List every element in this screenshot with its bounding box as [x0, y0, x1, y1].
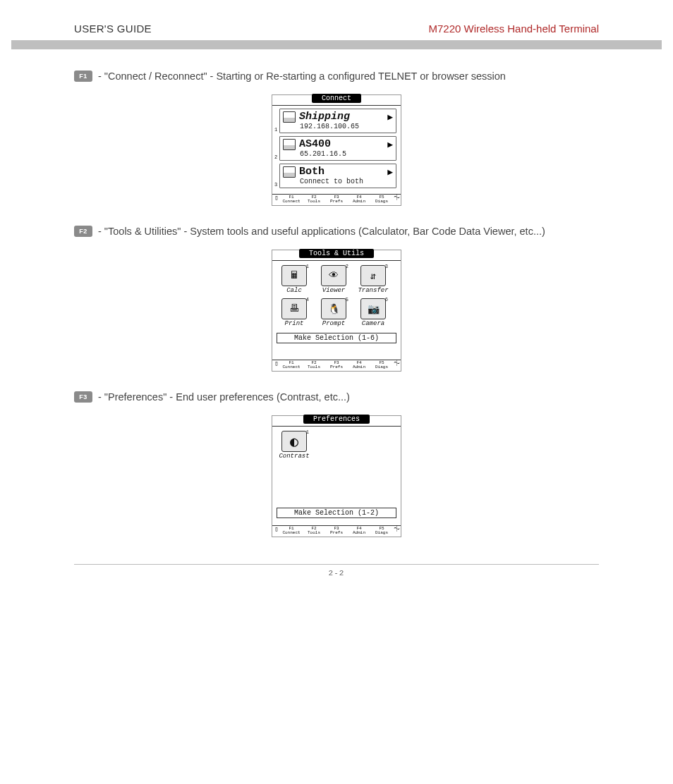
row-index: 3 [274, 182, 277, 188]
screen-title-bar: Tools & Utils [272, 250, 401, 261]
device-frame: Preferences 1 ◐ Contrast Make Selection … [272, 415, 401, 537]
app-viewer[interactable]: 2👁Viewer [317, 265, 350, 294]
app-contrast[interactable]: 1 ◐ Contrast [278, 431, 310, 460]
viewer-icon: 👁 [321, 265, 346, 286]
connect-row-3[interactable]: 3 Both ▶ Connect to both [279, 164, 396, 188]
app-calc[interactable]: 1🖩Calc [278, 265, 310, 294]
app-print[interactable]: 4🖶Print [278, 298, 310, 327]
device-frame: Connect 1 Shipping ▶ 192.168.100.65 2 [272, 94, 401, 206]
row-name: AS400 [299, 138, 384, 150]
page-number: 2-2 [74, 564, 599, 577]
row-index: 1 [274, 127, 277, 133]
tools-grid: 1🖩Calc 2👁Viewer 3⇵Transfer 4🖶Print 5🐧Pro… [272, 261, 401, 360]
camera-icon: 📷 [360, 298, 386, 319]
chevron-right-icon: ▶ [387, 111, 393, 123]
item-f2-text: - "Tools & Utilities" - System tools and… [98, 226, 545, 237]
row-sub: Connect to both [283, 178, 393, 185]
app-prompt[interactable]: 5🐧Prompt [317, 298, 350, 327]
chevron-right-icon: ▶ [387, 139, 393, 150]
row-sub: 192.168.100.65 [283, 123, 393, 130]
screen-title: Tools & Utils [299, 249, 374, 258]
softkey-bar: ▯ F1Connect F2Tools F3Prefs F4Admin F5Di… [272, 360, 401, 371]
app-transfer[interactable]: 3⇵Transfer [357, 265, 389, 294]
row-sub: 65.201.16.5 [283, 150, 393, 158]
terminal-icon [283, 139, 296, 150]
screenshot-connect: Connect 1 Shipping ▶ 192.168.100.65 2 [74, 94, 599, 206]
selection-prompt: Make Selection (1-6) [277, 333, 396, 343]
screenshot-tools: Tools & Utils 1🖩Calc 2👁Viewer 3⇵Transfer… [74, 250, 599, 372]
prefs-grid: 1 ◐ Contrast Make Selection (1-2) [272, 427, 401, 525]
battery-icon: ▯ [274, 195, 279, 202]
contrast-icon: ◐ [281, 431, 307, 452]
header-divider [11, 40, 662, 49]
calc-icon: 🖩 [281, 265, 307, 286]
connect-row-2[interactable]: 2 AS400 ▶ 65.201.16.5 [279, 136, 396, 161]
item-f2: F2 - "Tools & Utilities" - System tools … [74, 226, 599, 237]
app-camera[interactable]: 6📷Camera [357, 298, 389, 327]
screen-title: Connect [312, 94, 361, 103]
page-header: USER'S GUIDE M7220 Wireless Hand-held Te… [0, 0, 673, 40]
fkey-badge-f1: F1 [74, 71, 92, 82]
fkey-badge-f2: F2 [74, 226, 92, 237]
fkey-badge-f3: F3 [74, 391, 92, 403]
screen-title-bar: Connect [272, 95, 401, 106]
row-name: Both [299, 166, 384, 178]
item-f1: F1 - "Connect / Reconnect" - Starting or… [74, 71, 599, 82]
softkey-bar: ▯ F1Connect F2Tools F3Prefs F4Admin F5Di… [272, 525, 401, 537]
chevron-right-icon: ▶ [387, 166, 393, 178]
signal-icon: ⏆ [394, 361, 399, 367]
item-f3-text: - "Preferences" - End user preferences (… [98, 391, 350, 403]
print-icon: 🖶 [281, 298, 307, 319]
screen-title: Preferences [303, 415, 370, 424]
transfer-icon: ⇵ [360, 265, 386, 286]
signal-icon: ⏆ [394, 195, 399, 202]
terminal-icon [283, 166, 296, 178]
signal-icon: ⏆ [394, 527, 399, 533]
selection-prompt: Make Selection (1-2) [277, 508, 396, 518]
battery-icon: ▯ [274, 527, 279, 533]
device-frame: Tools & Utils 1🖩Calc 2👁Viewer 3⇵Transfer… [272, 250, 401, 372]
screenshot-prefs: Preferences 1 ◐ Contrast Make Selection … [74, 415, 599, 537]
item-f3: F3 - "Preferences" - End user preference… [74, 391, 599, 403]
page-content: F1 - "Connect / Reconnect" - Starting or… [0, 71, 673, 606]
item-f1-text: - "Connect / Reconnect" - Starting or Re… [98, 71, 506, 82]
terminal-icon [283, 111, 296, 123]
softkey-bar: ▯ F1Connect F2Tools F3Prefs F4Admin F5Di… [272, 194, 401, 205]
connect-row-1[interactable]: 1 Shipping ▶ 192.168.100.65 [279, 109, 396, 133]
row-name: Shipping [299, 111, 384, 123]
battery-icon: ▯ [274, 361, 279, 367]
header-left: USER'S GUIDE [74, 23, 152, 35]
header-right: M7220 Wireless Hand-held Terminal [429, 23, 600, 35]
connect-list: 1 Shipping ▶ 192.168.100.65 2 AS400 ▶ [272, 106, 401, 194]
prompt-icon: 🐧 [321, 298, 346, 319]
row-index: 2 [274, 154, 277, 160]
screen-title-bar: Preferences [272, 416, 401, 427]
